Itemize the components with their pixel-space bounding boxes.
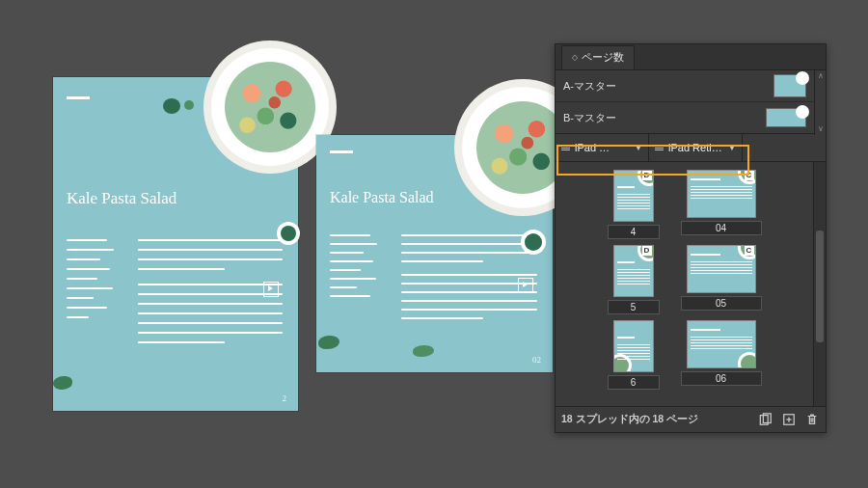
masters-scrollbar[interactable]: ∧∨ — [814, 69, 827, 135]
page-thumbnail[interactable]: D — [613, 170, 654, 222]
page-number-label[interactable]: 05 — [681, 296, 762, 311]
layout-dropdown-left[interactable]: iPad … ▼ — [556, 134, 649, 161]
layout-icon — [655, 146, 664, 150]
new-page-icon[interactable] — [781, 412, 797, 427]
page-number-label[interactable]: 04 — [681, 221, 762, 235]
layout-label: iPad Retin… — [668, 142, 723, 153]
layout-label: iPad … — [575, 142, 630, 153]
panel-tabbar: ◇ ページ数 — [556, 44, 826, 70]
pages-panel: ◇ ページ数 A-マスター B-マスター ∧∨ iPad … ▼ — [555, 43, 827, 433]
tab-drag-icon: ◇ — [572, 53, 578, 62]
alternate-layout-bar: iPad … ▼ iPad Retin… ▼ — [556, 134, 826, 162]
document-page-portrait[interactable]: Kale Pasta Salad 2 — [53, 77, 298, 411]
status-text: 18 スプレッド内の 18 ページ — [561, 413, 750, 426]
master-row[interactable]: A-マスター — [556, 70, 814, 101]
master-pages-list: A-マスター B-マスター — [556, 70, 814, 134]
garnish-leaf — [53, 376, 72, 390]
chevron-down-icon: ▼ — [728, 144, 736, 152]
page-number: 2 — [283, 393, 287, 403]
text-columns — [330, 228, 537, 326]
master-label: A-マスター — [563, 79, 766, 94]
master-letter: C — [745, 246, 754, 256]
page-thumbnail[interactable]: D — [613, 245, 654, 297]
page-number-label[interactable]: 5 — [608, 300, 660, 314]
page-number-label[interactable]: 6 — [608, 375, 660, 390]
garnish-leaves — [163, 98, 180, 114]
layout-tools — [743, 134, 826, 161]
master-letter: C — [745, 171, 754, 180]
page-number-label[interactable]: 4 — [608, 225, 660, 239]
garnish-leaf — [318, 336, 339, 349]
page-thumbnail[interactable]: C — [687, 245, 756, 293]
master-thumb[interactable] — [766, 108, 806, 127]
text-columns — [67, 231, 283, 351]
master-letter: D — [642, 246, 652, 256]
accent-bar — [67, 96, 90, 99]
master-row[interactable]: B-マスター — [556, 101, 814, 133]
tab-label: ページ数 — [582, 50, 624, 65]
document-page-landscape[interactable]: Kale Pasta Salad 02 — [316, 135, 553, 372]
page-thumbnail[interactable] — [687, 320, 756, 368]
master-thumb[interactable] — [773, 74, 806, 97]
play-icon[interactable] — [263, 282, 279, 297]
recipe-title: Kale Pasta Salad — [67, 189, 176, 208]
page-number: 02 — [532, 355, 541, 365]
play-icon[interactable] — [518, 278, 533, 293]
page-number-label[interactable]: 06 — [681, 371, 762, 386]
garnish-cup — [277, 222, 300, 245]
page-thumbnails-area[interactable]: D 4 C 04 — [556, 162, 813, 406]
layout-icon — [561, 146, 570, 150]
master-letter: D — [642, 171, 652, 180]
garnish-leaf — [413, 345, 434, 357]
tab-pages[interactable]: ◇ ページ数 — [561, 45, 635, 69]
garnish-cup — [521, 230, 546, 255]
layout-options-icon[interactable] — [758, 412, 773, 427]
layout-dropdown-right[interactable]: iPad Retin… ▼ — [649, 134, 743, 161]
page-thumbnail[interactable] — [613, 320, 654, 372]
master-label: B-マスター — [563, 111, 758, 125]
recipe-title: Kale Pasta Salad — [330, 189, 434, 206]
chevron-down-icon: ▼ — [635, 144, 642, 152]
accent-bar — [330, 150, 353, 153]
page-thumbnail[interactable]: C — [687, 170, 756, 218]
panel-footer: 18 スプレッド内の 18 ページ — [556, 406, 826, 432]
trash-icon[interactable] — [804, 412, 820, 427]
pages-scrollbar[interactable] — [813, 162, 826, 406]
